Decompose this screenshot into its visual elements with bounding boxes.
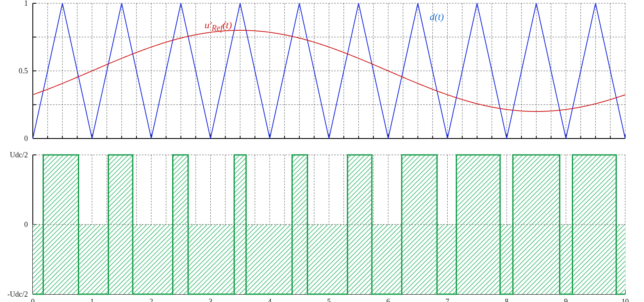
- x-tick-label: 6: [387, 297, 390, 302]
- ref-series-label: u′Ref(t): [205, 20, 232, 33]
- top-y-tick-label: 0.5: [19, 67, 28, 75]
- svg-rect-190: [133, 225, 173, 294]
- svg-rect-186: [33, 225, 43, 294]
- bottom-y-tick-label: -Udc/2: [7, 290, 28, 299]
- x-tick-label: 4: [268, 297, 272, 302]
- svg-rect-198: [372, 225, 402, 294]
- svg-rect-192: [188, 225, 234, 294]
- bottom-y-tick-label: Udc/2: [10, 151, 28, 159]
- svg-rect-188: [78, 225, 108, 294]
- x-tick-label: 3: [209, 297, 212, 302]
- tri-series-label: d(t): [430, 11, 444, 23]
- svg-rect-200: [437, 225, 456, 294]
- bottom-y-tick-label: 0: [24, 220, 28, 229]
- x-tick-label: 0: [31, 297, 35, 302]
- svg-rect-206: [616, 225, 625, 294]
- svg-rect-202: [500, 225, 513, 294]
- top-y-tick-label: 0: [24, 134, 28, 143]
- x-tick-label: 8: [505, 297, 509, 302]
- chart-svg: [0, 0, 644, 302]
- svg-rect-204: [560, 225, 572, 294]
- x-tick-label: 7: [446, 297, 449, 302]
- top-y-tick-label: 1: [24, 0, 28, 8]
- x-tick-label: 9: [564, 297, 568, 302]
- x-tick-label: 1: [90, 297, 94, 302]
- x-tick-label: 10: [621, 297, 629, 302]
- svg-rect-196: [307, 225, 348, 294]
- svg-rect-194: [246, 225, 292, 294]
- x-tick-label: 5: [327, 297, 331, 302]
- x-tick-label: 2: [150, 297, 153, 302]
